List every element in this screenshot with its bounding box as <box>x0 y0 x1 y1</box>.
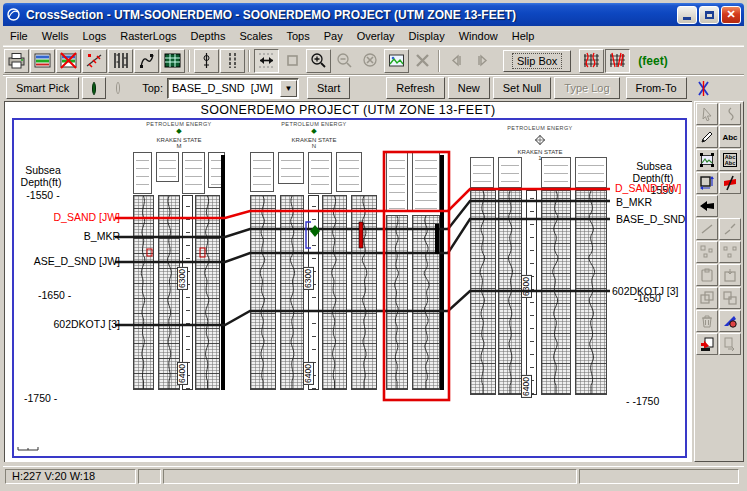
export-button[interactable] <box>696 333 718 355</box>
section-picks-button[interactable] <box>82 49 107 73</box>
print-icon <box>8 52 25 69</box>
image-button[interactable] <box>384 49 409 73</box>
log-header-box <box>250 152 274 192</box>
log-track <box>158 195 180 390</box>
smart-pick-button[interactable]: Smart Pick <box>6 77 79 99</box>
depth-track <box>308 195 319 390</box>
pencil-button[interactable] <box>696 126 718 148</box>
handles-icon <box>700 245 714 259</box>
main-toolbar: Slip Box (feet) <box>3 46 744 74</box>
top-select[interactable]: BASE_D_SND [JW] ▼ <box>167 78 299 99</box>
cross-section-off-icon <box>60 52 77 69</box>
menu-scales[interactable]: Scales <box>232 28 279 44</box>
line2-button <box>719 218 741 240</box>
log-grid-red2-icon <box>609 52 626 69</box>
cross-section-canvas[interactable]: SOONERDEMO PROJECT (UTM ZONE 13-FEET) Su… <box>4 101 692 462</box>
top-label-d-sand-right[interactable]: D_SAND [JW] <box>615 182 682 194</box>
well-symbol-button[interactable] <box>194 49 219 73</box>
image-select-button[interactable] <box>696 149 718 171</box>
vertical-lines-button[interactable] <box>220 49 245 73</box>
menu-logs[interactable]: Logs <box>75 28 113 44</box>
log-header-box <box>575 157 607 188</box>
log-grid-red-button[interactable] <box>579 49 604 73</box>
red-marker-button[interactable] <box>719 172 741 194</box>
print-button[interactable] <box>4 49 29 73</box>
new-button[interactable]: New <box>448 77 490 99</box>
curve-points-icon <box>138 52 155 69</box>
cursor-button <box>696 103 718 125</box>
zoom-cancel-button <box>358 49 383 73</box>
refresh-button[interactable]: Refresh <box>386 77 445 99</box>
zigzag-button <box>719 103 741 125</box>
set-null-button[interactable]: Set Null <box>493 77 552 99</box>
top-label-b-mkr-right[interactable]: B_MKR <box>616 196 652 208</box>
well-diamond-icon: ◆ <box>249 127 379 135</box>
chevron-down-icon[interactable]: ▼ <box>280 80 297 97</box>
paste-icon <box>700 268 714 282</box>
spacer-button <box>350 77 380 99</box>
image-icon <box>388 52 405 69</box>
menu-window[interactable]: Window <box>452 28 505 44</box>
log-track <box>133 195 154 390</box>
pick-on-button[interactable] <box>82 77 106 99</box>
text-box-button[interactable]: AbcAbc <box>719 149 741 171</box>
fit-width-button[interactable] <box>254 49 279 73</box>
menu-file[interactable]: File <box>3 28 35 44</box>
close-button[interactable]: ✕ <box>721 6 741 24</box>
type-log-button: Type Log <box>554 77 619 99</box>
zoom-out-icon <box>336 52 353 69</box>
log-header-box <box>412 152 440 212</box>
from-to-marker-button[interactable] <box>691 76 716 100</box>
log-track <box>280 195 304 390</box>
arrow-left-button[interactable] <box>696 195 718 217</box>
minimize-button[interactable] <box>677 6 697 24</box>
color-flag-button[interactable] <box>719 310 741 332</box>
resize-box-button[interactable] <box>696 172 718 194</box>
duplicate-icon <box>700 291 714 305</box>
resize-box-icon <box>699 175 715 191</box>
depth-label: 6400 <box>303 362 314 385</box>
text-abc-button[interactable]: Abc <box>719 126 741 148</box>
start-button[interactable]: Start <box>307 77 350 99</box>
menu-display[interactable]: Display <box>402 28 452 44</box>
top-label-d-sand-left[interactable]: D_SAND [JW] <box>20 211 120 223</box>
from-to-button[interactable]: From-To <box>626 77 687 99</box>
statusbar: H:227 V:20 W:18 <box>3 466 744 485</box>
top-label-b-mkr-left[interactable]: B_MKR <box>20 230 120 242</box>
curve-points-button[interactable] <box>134 49 159 73</box>
menu-overlay[interactable]: Overlay <box>350 28 402 44</box>
zoom-in-icon <box>310 52 327 69</box>
depth-label: 6300 <box>521 275 532 298</box>
maximize-button[interactable] <box>699 6 719 24</box>
well-log-group-2[interactable]: 6300 6400 <box>250 152 446 390</box>
well-log-group-1[interactable]: 6300 6400 <box>133 152 228 390</box>
log-grid-red2-button[interactable] <box>605 49 630 73</box>
zoom-cancel-icon <box>362 52 379 69</box>
menu-depths[interactable]: Depths <box>184 28 233 44</box>
menu-rasterlogs[interactable]: RasterLogs <box>113 28 183 44</box>
stop-box-icon <box>284 52 301 69</box>
slip-box-button[interactable]: Slip Box <box>503 50 571 72</box>
log-track <box>351 195 377 390</box>
cross-section-color-button[interactable] <box>30 49 55 73</box>
zoom-in-button[interactable] <box>306 49 331 73</box>
top-label-base-d-snd-left[interactable]: ASE_D_SND [JW] <box>17 255 120 267</box>
well-log-group-3[interactable]: 6300 6400 <box>470 157 607 397</box>
pick-off-button <box>106 77 130 99</box>
menu-help[interactable]: Help <box>505 28 542 44</box>
top-label-base-d-snd-right[interactable]: BASE_D_SND [JW] <box>616 213 687 225</box>
menu-wells[interactable]: Wells <box>35 28 76 44</box>
from-to-marker-icon <box>695 80 712 97</box>
depth-track <box>182 195 193 390</box>
menu-pay[interactable]: Pay <box>317 28 350 44</box>
log-tracks-button[interactable] <box>108 49 133 73</box>
well-symbol-icon <box>198 52 215 69</box>
toolbar-separator <box>188 50 190 72</box>
close-x-icon <box>414 52 431 69</box>
grid-table-button[interactable] <box>160 49 185 73</box>
menu-tops[interactable]: Tops <box>279 28 316 44</box>
app-window: CrossSection - UTM-SOONERDEMO - SOONERDE… <box>0 0 747 491</box>
top-label-602dkotj-left[interactable]: 602DKOTJ [3] <box>20 318 120 330</box>
status-panel-4 <box>579 469 739 484</box>
cross-section-off-button[interactable] <box>56 49 81 73</box>
